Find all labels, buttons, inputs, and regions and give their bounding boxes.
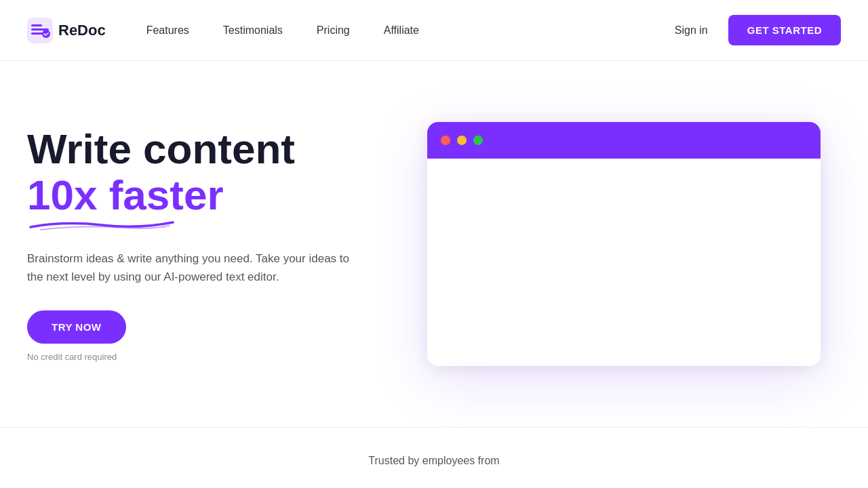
- logo[interactable]: ReDoc: [27, 18, 106, 43]
- nav-links: Features Testimonials Pricing Affiliate: [146, 24, 675, 37]
- try-now-button[interactable]: TRY NOW: [27, 310, 126, 344]
- nav-right: Sign in GET STARTED: [675, 15, 841, 45]
- svg-rect-1: [31, 24, 42, 26]
- svg-point-4: [42, 30, 50, 38]
- browser-dot-green: [473, 136, 483, 145]
- browser-dot-yellow: [457, 136, 467, 145]
- no-cc-text: No credit card required: [27, 352, 380, 362]
- hero-section: Write content 10x faster Brainstorm idea…: [0, 61, 868, 413]
- navbar: ReDoc Features Testimonials Pricing Affi…: [0, 0, 868, 61]
- hero-right: [407, 115, 841, 373]
- browser-dot-red: [441, 136, 450, 145]
- hero-left: Write content 10x faster Brainstorm idea…: [27, 126, 407, 363]
- browser-mockup: [427, 122, 821, 366]
- hero-heading-line1: Write content: [27, 126, 380, 172]
- browser-bar: [427, 122, 821, 159]
- nav-affiliate[interactable]: Affiliate: [384, 24, 419, 37]
- sign-in-link[interactable]: Sign in: [675, 24, 708, 37]
- hero-heading-line2: 10x faster: [27, 172, 380, 218]
- underline-decoration: [27, 218, 176, 230]
- nav-testimonials[interactable]: Testimonials: [223, 24, 283, 37]
- trusted-label: Trusted by employees from: [0, 455, 868, 467]
- nav-pricing[interactable]: Pricing: [317, 24, 350, 37]
- hero-subtext: Brainstorm ideas & write anything you ne…: [27, 249, 353, 286]
- browser-body: [427, 159, 821, 366]
- get-started-button[interactable]: GET STARTED: [728, 15, 841, 45]
- logo-text: ReDoc: [58, 22, 106, 39]
- trusted-section: Trusted by employees from f Facebook Goo…: [0, 427, 868, 488]
- nav-features[interactable]: Features: [146, 24, 189, 37]
